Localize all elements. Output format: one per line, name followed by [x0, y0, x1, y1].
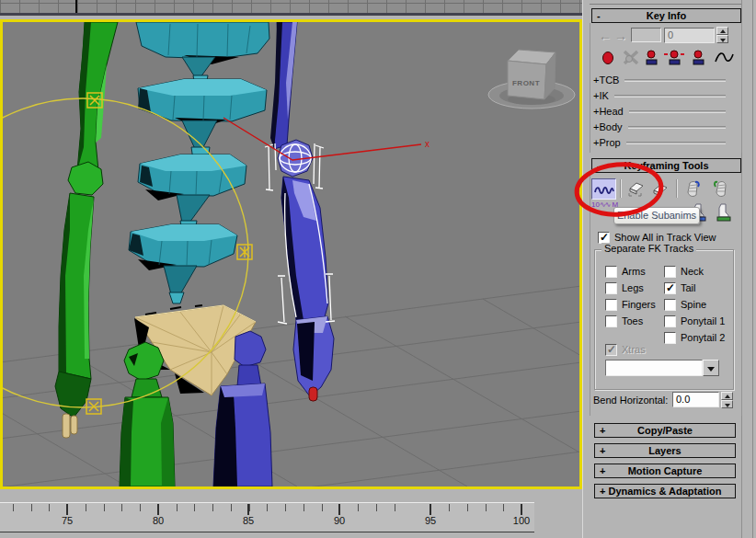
track-ik[interactable]: +IK	[593, 90, 727, 103]
key-number-field[interactable]	[631, 28, 661, 42]
toolbar-separator	[620, 179, 622, 198]
fk-tail-label: Tail	[681, 282, 696, 294]
tick-label: 75	[49, 515, 86, 526]
fk-ponytail1-label: Ponytail 1	[681, 315, 725, 327]
timeline-ruler[interactable]: 75 80 85 90 95 100	[0, 502, 534, 532]
fk-xtras-label: Xtras	[622, 344, 646, 356]
fk-neck-checkbox[interactable]	[664, 266, 676, 278]
chevron-down-icon	[707, 367, 715, 372]
fk-tail-checkbox[interactable]	[664, 282, 676, 294]
toolbar-separator	[676, 179, 678, 198]
tcb-curve-icon[interactable]	[716, 53, 733, 62]
frame-spinner[interactable]	[716, 27, 728, 43]
anchor-left-hand-button[interactable]	[682, 178, 706, 200]
rollout-title: Key Info	[647, 10, 686, 21]
fk-fingers-checkbox[interactable]	[605, 299, 617, 311]
rollout-layers[interactable]: + Layers	[594, 443, 736, 458]
fk-legs-checkbox[interactable]	[605, 282, 617, 294]
anchor-right-hand-button[interactable]	[708, 178, 733, 200]
timeline-minor-ticks	[0, 504, 534, 511]
biped-fingertip-red	[309, 387, 317, 401]
eraser-icon	[651, 181, 670, 198]
set-key-icon[interactable]	[603, 52, 613, 64]
clear-selected-tracks-button[interactable]	[625, 179, 647, 199]
tick-label: 95	[412, 515, 449, 526]
clear-all-tracks-button[interactable]	[649, 179, 671, 199]
fk-ponytail2-label: Ponytail 2	[681, 332, 725, 344]
fk-neck-label: Neck	[681, 266, 704, 278]
rollout-title: Layers	[648, 445, 681, 456]
free-key-icon[interactable]	[693, 51, 704, 64]
panel-outer-edge	[752, 0, 753, 538]
viewcube-front-label: FRONT	[512, 79, 540, 87]
track-tcb[interactable]: +TCB	[593, 74, 727, 87]
track-head[interactable]: +Head	[593, 106, 727, 119]
x-axis-label: x	[425, 139, 430, 149]
previous-rollout-edge	[590, 2, 741, 5]
fk-toes-label: Toes	[622, 315, 643, 327]
rollout-keyframing-tools[interactable]: - Keyframing Tools	[591, 158, 741, 173]
rollout-title: Dynamics & Adaptation	[608, 486, 721, 497]
expand-icon[interactable]: +	[600, 444, 605, 457]
collapse-icon[interactable]: -	[597, 9, 601, 22]
anchor-right-foot-button[interactable]	[713, 202, 733, 223]
enable-subanims-button[interactable]	[591, 178, 616, 200]
fk-group-title: Separate FK Tracks	[601, 243, 696, 254]
fk-fingers-label: Fingers	[622, 299, 656, 311]
track-bar[interactable]	[0, 0, 582, 16]
hand-green-icon	[711, 180, 731, 199]
bend-horizontal-label: Bend Horizontal:	[593, 395, 668, 406]
fk-ponytail1-checkbox[interactable]	[664, 315, 676, 327]
tick-label: 80	[140, 515, 177, 526]
tick-label: 100	[503, 515, 540, 526]
rollout-motion-capture[interactable]: + Motion Capture	[594, 464, 736, 478]
track-prop[interactable]: +Prop	[593, 137, 727, 150]
prev-key-icon[interactable]: ←	[599, 29, 612, 43]
fk-toes-checkbox[interactable]	[605, 315, 617, 327]
fk-spine-checkbox[interactable]	[664, 299, 676, 311]
fk-arms-checkbox[interactable]	[605, 266, 617, 278]
fk-legs-label: Legs	[622, 282, 644, 294]
dropdown-arrow-button[interactable]	[703, 360, 719, 376]
fk-arms-label: Arms	[622, 266, 646, 278]
hand-blue-icon	[684, 180, 704, 199]
subanims-wave-icon	[593, 182, 614, 197]
rollout-title: Keyframing Tools	[624, 160, 708, 171]
frame-number-field[interactable]: 0	[664, 28, 715, 43]
collapse-icon[interactable]: -	[597, 159, 601, 172]
fk-xtras-checkbox	[605, 344, 617, 356]
rollout-copy-paste[interactable]: + Copy/Paste	[594, 423, 736, 438]
fk-ponytail2-checkbox[interactable]	[664, 332, 676, 344]
rollout-key-info[interactable]: - Key Info	[591, 8, 741, 23]
expand-icon[interactable]: +	[600, 464, 605, 477]
rollout-dynamics-adaptation[interactable]: + Dynamics & Adaptation	[594, 484, 736, 498]
expand-icon[interactable]: +	[600, 485, 605, 498]
rollout-title: Motion Capture	[628, 465, 703, 476]
viewport-3d-scene[interactable]: x FRONT	[3, 22, 579, 486]
key-info-toolbar	[598, 49, 736, 67]
bend-horizontal-field[interactable]: 0.0	[672, 392, 719, 407]
track-body[interactable]: +Body	[593, 121, 727, 134]
xtras-dropdown[interactable]	[605, 360, 703, 376]
tooltip-enable-subanims: Enable Subanims	[613, 207, 700, 224]
current-frame-marker[interactable]	[75, 0, 77, 13]
foot-green-icon	[714, 203, 732, 223]
eraser-marquee-icon	[627, 181, 646, 198]
tick-label: 85	[230, 515, 267, 526]
expand-icon[interactable]: +	[600, 424, 605, 437]
next-key-icon[interactable]: →	[614, 29, 627, 43]
rollout-title: Copy/Paste	[637, 425, 693, 436]
tcb-key-icon[interactable]	[647, 51, 657, 64]
fk-spine-label: Spine	[681, 299, 706, 311]
delete-key-icon[interactable]	[624, 52, 637, 63]
tick-label: 90	[321, 515, 358, 526]
sliding-key-icon[interactable]	[664, 51, 684, 64]
bend-horizontal-spinner[interactable]	[721, 392, 733, 408]
